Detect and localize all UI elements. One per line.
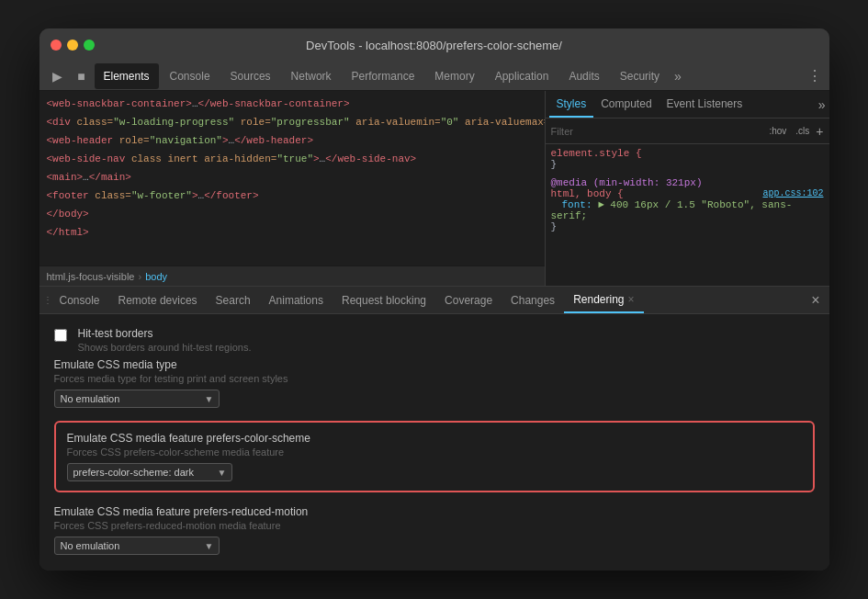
emulate-color-scheme-title: Emulate CSS media feature prefers-color-…	[67, 432, 802, 445]
elements-panel: <web-snackbar-container>…</web-snackbar-…	[39, 91, 545, 286]
close-button[interactable]	[51, 40, 62, 51]
style-link[interactable]: app.css:102	[762, 188, 823, 198]
breadcrumb-separator: ›	[138, 271, 141, 282]
filter-bar: :hov .cls +	[546, 119, 829, 144]
more-tabs-icon[interactable]: »	[671, 69, 685, 84]
filter-input[interactable]	[551, 126, 763, 137]
tab-styles[interactable]: Styles	[549, 92, 594, 118]
styles-panel: Styles Computed Event Listeners » :hov .…	[545, 91, 829, 286]
drawer-tab-remote-devices[interactable]: Remote devices	[109, 288, 207, 313]
tab-console[interactable]: Console	[161, 63, 220, 89]
emulate-color-scheme-select-wrapper: prefers-color-scheme: dark prefers-color…	[67, 463, 232, 481]
tab-security[interactable]: Security	[611, 63, 669, 89]
emulate-css-media-select[interactable]: No emulation print screen	[54, 390, 220, 408]
tab-computed[interactable]: Computed	[593, 92, 659, 118]
emulate-css-media-subtitle: Forces media type for testing print and …	[54, 373, 815, 384]
hit-test-sublabel: Shows borders around hit-test regions.	[78, 342, 815, 353]
emulate-reduced-motion-subtitle: Forces CSS prefers-reduced-motion media …	[54, 520, 815, 531]
breadcrumb-bar: html.js-focus-visible › body	[39, 266, 545, 286]
elem-line-2[interactable]: <div class="w-loading-progress" role="pr…	[39, 113, 545, 131]
rendering-tab-close[interactable]: ×	[628, 293, 635, 306]
hit-test-checkbox[interactable]	[54, 329, 67, 342]
hover-filter-btn[interactable]: :hov	[766, 125, 789, 137]
emulate-css-media-select-wrapper: No emulation print screen ▼	[54, 390, 220, 408]
content-area: <web-snackbar-container>…</web-snackbar-…	[39, 91, 829, 286]
elem-line-6[interactable]: <footer class="w-footer">…</footer>	[39, 186, 545, 205]
styles-content: element.style { } @media (min-width: 321…	[546, 144, 829, 286]
tab-network[interactable]: Network	[282, 63, 341, 89]
emulate-reduced-motion-select[interactable]: No emulation prefers-reduced-motion: red…	[54, 537, 220, 555]
drawer-close-icon[interactable]: ×	[806, 292, 825, 309]
breadcrumb-body[interactable]: body	[145, 271, 167, 282]
elements-tree[interactable]: <web-snackbar-container>…</web-snackbar-…	[39, 91, 545, 266]
elem-line-8[interactable]: </html>	[39, 223, 545, 242]
elem-line-3[interactable]: <web-header role="navigation">…</web-hea…	[39, 131, 545, 150]
breadcrumb-html[interactable]: html.js-focus-visible	[47, 271, 135, 282]
emulate-css-media-section: Emulate CSS media type Forces media type…	[54, 358, 815, 408]
elem-line-1[interactable]: <web-snackbar-container>…</web-snackbar-…	[39, 95, 545, 113]
emulate-reduced-motion-title: Emulate CSS media feature prefers-reduce…	[54, 505, 815, 518]
drawer-tab-search[interactable]: Search	[207, 288, 260, 313]
drawer-tab-coverage[interactable]: Coverage	[435, 288, 502, 313]
styles-more-icon[interactable]: »	[818, 97, 826, 112]
hit-test-label: Hit-test borders	[78, 327, 815, 340]
emulate-color-scheme-select[interactable]: prefers-color-scheme: dark prefers-color…	[67, 463, 232, 481]
tab-audits[interactable]: Audits	[559, 63, 608, 89]
elem-line-5[interactable]: <main>…</main>	[39, 168, 545, 186]
tab-application[interactable]: Application	[486, 63, 558, 89]
drawer-tab-animations[interactable]: Animations	[260, 288, 333, 313]
devtools-window: DevTools - localhost:8080/prefers-color-…	[39, 28, 829, 571]
titlebar: DevTools - localhost:8080/prefers-color-…	[39, 28, 829, 62]
emulate-css-media-title: Emulate CSS media type	[54, 358, 815, 371]
drawer-tab-console[interactable]: Console	[51, 288, 109, 313]
maximize-button[interactable]	[84, 40, 95, 51]
cursor-icon[interactable]: ▶	[47, 65, 69, 87]
tab-elements[interactable]: Elements	[95, 63, 159, 89]
hit-test-labels: Hit-test borders Shows borders around hi…	[78, 327, 815, 353]
add-style-icon[interactable]: +	[816, 124, 823, 139]
elem-line-4[interactable]: <web-side-nav class inert aria-hidden="t…	[39, 150, 545, 168]
media-rule: @media (min-width: 321px) html, body {ap…	[551, 177, 824, 232]
drawer-rendering-content: Hit-test borders Shows borders around hi…	[39, 314, 829, 571]
traffic-lights	[51, 40, 95, 51]
emulate-color-scheme-section: Emulate CSS media feature prefers-color-…	[54, 421, 815, 492]
emulate-reduced-motion-select-wrapper: No emulation prefers-reduced-motion: red…	[54, 537, 220, 555]
inspect-icon[interactable]: ■	[71, 65, 93, 87]
cls-filter-btn[interactable]: .cls	[793, 125, 812, 137]
tab-sources[interactable]: Sources	[221, 63, 280, 89]
drawer-tab-changes[interactable]: Changes	[502, 288, 564, 313]
tab-performance[interactable]: Performance	[343, 63, 424, 89]
tab-event-listeners[interactable]: Event Listeners	[659, 92, 750, 118]
styles-tabs: Styles Computed Event Listeners »	[546, 91, 829, 119]
minimize-button[interactable]	[67, 40, 78, 51]
element-style-rule: element.style { }	[551, 148, 824, 170]
window-title: DevTools - localhost:8080/prefers-color-…	[306, 39, 562, 52]
tab-memory[interactable]: Memory	[425, 63, 483, 89]
emulate-color-scheme-subtitle: Forces CSS prefers-color-scheme media fe…	[67, 446, 802, 458]
drawer-tab-request-blocking[interactable]: Request blocking	[333, 288, 435, 313]
overflow-menu-icon[interactable]: ⋮	[807, 67, 822, 85]
main-toolbar: ▶ ■ Elements Console Sources Network Per…	[39, 62, 829, 91]
bottom-drawer: ⋮ Console Remote devices Search Animatio…	[39, 286, 829, 571]
elem-line-7[interactable]: </body>	[39, 205, 545, 223]
drawer-tab-rendering[interactable]: Rendering ×	[564, 288, 643, 313]
drawer-handle[interactable]: ⋮	[43, 295, 51, 305]
drawer-tabs: ⋮ Console Remote devices Search Animatio…	[39, 287, 829, 314]
emulate-reduced-motion-section: Emulate CSS media feature prefers-reduce…	[54, 505, 815, 555]
hit-test-section: Hit-test borders Shows borders around hi…	[54, 322, 815, 358]
